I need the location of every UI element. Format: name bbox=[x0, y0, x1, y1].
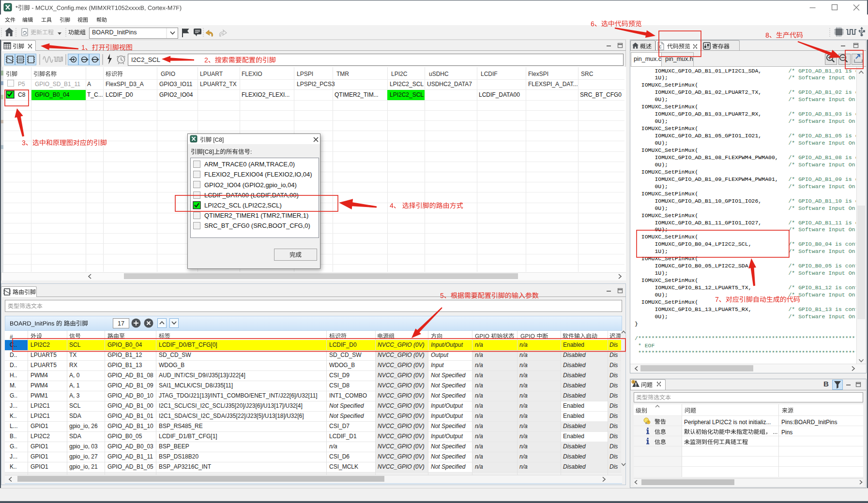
svg-text:c: c bbox=[659, 44, 662, 49]
